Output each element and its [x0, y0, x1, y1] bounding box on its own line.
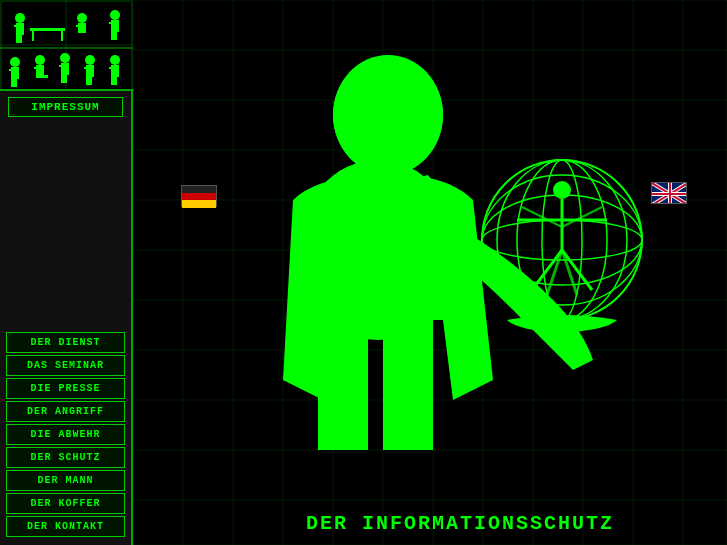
- svg-rect-48: [114, 67, 119, 69]
- svg-point-12: [77, 13, 87, 23]
- svg-point-99: [553, 181, 571, 199]
- svg-rect-89: [383, 320, 433, 450]
- svg-rect-14: [76, 25, 81, 27]
- svg-rect-23: [11, 67, 19, 79]
- svg-rect-41: [84, 67, 89, 69]
- main-title: DER INFORMATIONSSCHUTZ: [213, 512, 707, 535]
- svg-point-16: [110, 10, 120, 20]
- impressum-button[interactable]: IMPRESSUM: [8, 97, 123, 117]
- svg-rect-26: [11, 79, 14, 87]
- svg-point-91: [333, 57, 443, 173]
- svg-rect-17: [111, 20, 119, 32]
- nav-btn-angriff[interactable]: DER ANGRIFF: [6, 401, 125, 422]
- svg-rect-19: [114, 22, 119, 24]
- nav-btn-koffer[interactable]: DER KOFFER: [6, 493, 125, 514]
- nav-btn-dienst[interactable]: DER DIENST: [6, 332, 125, 353]
- svg-rect-40: [86, 65, 94, 77]
- svg-rect-35: [59, 65, 64, 67]
- svg-rect-46: [111, 65, 119, 77]
- nav-btn-schutz[interactable]: DER SCHUTZ: [6, 447, 125, 468]
- sidebar: IMPRESSUM DER DIENST DAS SEMINAR DIE PRE…: [0, 0, 133, 545]
- svg-point-3: [15, 13, 25, 23]
- svg-line-107: [562, 250, 577, 295]
- sidebar-image-panel: [0, 0, 133, 91]
- svg-rect-34: [61, 63, 69, 75]
- svg-rect-25: [14, 69, 19, 71]
- svg-rect-36: [64, 65, 69, 67]
- svg-rect-5: [14, 25, 19, 27]
- svg-rect-88: [318, 320, 368, 450]
- svg-rect-29: [36, 65, 44, 75]
- nav-btn-seminar[interactable]: DAS SEMINAR: [6, 355, 125, 376]
- svg-rect-13: [78, 23, 86, 33]
- svg-line-106: [547, 250, 562, 295]
- svg-rect-42: [89, 67, 94, 69]
- sidebar-spacer: [0, 123, 131, 328]
- svg-rect-18: [109, 22, 114, 24]
- svg-rect-10: [32, 31, 34, 41]
- svg-rect-30: [34, 67, 39, 69]
- svg-point-45: [110, 55, 120, 65]
- svg-rect-31: [39, 67, 44, 69]
- svg-rect-4: [16, 23, 24, 35]
- svg-rect-9: [30, 28, 65, 31]
- svg-rect-43: [86, 77, 89, 85]
- svg-rect-11: [61, 31, 63, 41]
- svg-rect-21: [114, 32, 117, 40]
- svg-point-33: [60, 53, 70, 63]
- nav-buttons: DER DIENST DAS SEMINAR DIE PRESSE DER AN…: [0, 328, 131, 545]
- svg-rect-50: [114, 77, 117, 85]
- svg-rect-27: [14, 79, 17, 87]
- svg-rect-44: [89, 77, 92, 85]
- svg-rect-37: [61, 75, 64, 83]
- svg-point-39: [85, 55, 95, 65]
- globe-illustration: [467, 155, 657, 350]
- nav-btn-abwehr[interactable]: DIE ABWEHR: [6, 424, 125, 445]
- nav-btn-mann[interactable]: DER MANN: [6, 470, 125, 491]
- main-content: DER INFORMATIONSSCHUTZ: [133, 0, 727, 545]
- svg-rect-47: [109, 67, 114, 69]
- nav-btn-kontakt[interactable]: DER KONTAKT: [6, 516, 125, 537]
- svg-rect-32: [36, 75, 48, 78]
- svg-rect-49: [111, 77, 114, 85]
- svg-rect-20: [111, 32, 114, 40]
- svg-rect-8: [19, 35, 22, 43]
- svg-rect-6: [19, 25, 24, 27]
- svg-point-28: [35, 55, 45, 65]
- svg-rect-15: [81, 25, 86, 27]
- nav-btn-presse[interactable]: DIE PRESSE: [6, 378, 125, 399]
- svg-rect-7: [16, 35, 19, 43]
- main-container: IMPRESSUM DER DIENST DAS SEMINAR DIE PRE…: [0, 0, 727, 545]
- svg-rect-24: [9, 69, 14, 71]
- svg-rect-38: [64, 75, 67, 83]
- svg-point-22: [10, 57, 20, 67]
